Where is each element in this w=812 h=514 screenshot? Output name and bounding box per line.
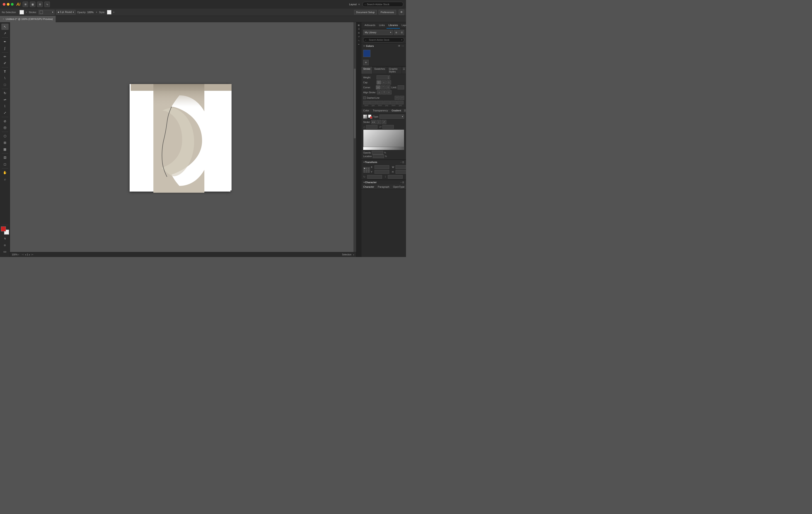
- search-stock-bar[interactable]: ⌕ Search Adobe Stock: [362, 2, 403, 7]
- dash-1-input[interactable]: [363, 101, 370, 104]
- pen-tool-btn[interactable]: ✒: [1, 38, 9, 45]
- foreground-color[interactable]: [1, 226, 6, 232]
- h-input[interactable]: [396, 170, 406, 174]
- transform-expand-icon[interactable]: −: [400, 161, 402, 163]
- shear-input[interactable]: [388, 175, 403, 179]
- reflect-tool-btn[interactable]: ⇌: [1, 96, 9, 103]
- eyedropper-tool-btn[interactable]: ⊘: [1, 118, 9, 124]
- preferences-button[interactable]: Preferences: [379, 10, 396, 14]
- tab-libraries[interactable]: Libraries: [386, 22, 400, 29]
- corner-round-btn[interactable]: ⌒: [381, 85, 385, 89]
- transform-reference-point[interactable]: [363, 167, 370, 173]
- character-header[interactable]: ▼ Character − ☰: [361, 180, 406, 185]
- gradient-stroke-swatch[interactable]: [368, 115, 372, 119]
- hand-tool-btn[interactable]: ✋: [1, 170, 9, 176]
- limit-input[interactable]: [398, 85, 404, 89]
- cap-square-btn[interactable]: □: [386, 80, 391, 85]
- gradient-opacity-input[interactable]: [372, 151, 383, 154]
- colors-section-header[interactable]: ▼ Colors 👁 ⋯: [361, 43, 406, 49]
- color-tab[interactable]: Color: [361, 108, 371, 113]
- type-tool-btn[interactable]: T: [1, 68, 9, 75]
- dashed-style-1[interactable]: ⋯: [395, 96, 399, 100]
- gradient-expand-icon[interactable]: ⊕: [402, 130, 403, 133]
- stroke-grad-btn-2[interactable]: ↕: [377, 120, 381, 124]
- layout-arrow[interactable]: ▾: [358, 3, 360, 6]
- line-tool-btn[interactable]: \: [1, 75, 9, 81]
- vertical-scrollbar-thumb[interactable]: [354, 69, 356, 138]
- w-input[interactable]: [396, 165, 406, 169]
- char-options-icon[interactable]: ☰: [402, 181, 404, 184]
- tab-layers[interactable]: Layers: [400, 22, 406, 29]
- gradient-slider[interactable]: [363, 147, 404, 150]
- gradient-location-input[interactable]: [373, 154, 384, 158]
- grid-icon[interactable]: ▦: [30, 2, 35, 7]
- transform-header[interactable]: ▼ Transform − ☰: [361, 160, 406, 164]
- dash-3-input[interactable]: [390, 101, 397, 104]
- type-dropdown[interactable]: ▾: [379, 115, 404, 119]
- options-extra-icon[interactable]: ⚙: [399, 9, 404, 15]
- style-arrow[interactable]: ▾: [113, 11, 114, 13]
- panel-icon-2[interactable]: ☰: [357, 27, 360, 31]
- search-clear-arrow[interactable]: ▾: [401, 39, 402, 41]
- panel-icon-6[interactable]: ✒: [357, 43, 360, 46]
- curvature-tool-btn[interactable]: ∫: [1, 45, 9, 51]
- chart-tool-btn[interactable]: ▦: [1, 146, 9, 152]
- align-center-btn[interactable]: ⊥: [377, 90, 381, 94]
- zoom-arrow[interactable]: ▾: [18, 253, 19, 256]
- fill-arrow[interactable]: ▾: [26, 11, 27, 13]
- tab-artboards[interactable]: Artboards: [363, 22, 377, 29]
- minimize-button[interactable]: [7, 3, 9, 6]
- style-swatch[interactable]: [107, 10, 112, 14]
- brush-selector[interactable]: 5 pt. Round ▾: [56, 10, 76, 14]
- library-dropdown[interactable]: My Library ▾: [363, 30, 393, 35]
- char-tab-paragraph[interactable]: Paragraph: [376, 185, 391, 189]
- mesh-tool-btn[interactable]: ⊞: [1, 140, 9, 146]
- nav-first[interactable]: ⊣: [21, 253, 24, 256]
- close-button[interactable]: [3, 3, 5, 6]
- align-outside-btn[interactable]: ⊦: [387, 90, 392, 94]
- artboard-tool-btn[interactable]: ▭: [1, 248, 9, 255]
- paintbrush-tool-btn[interactable]: ✏: [1, 54, 9, 60]
- slice-tool-btn[interactable]: ⚄: [1, 154, 9, 161]
- char-tab-opentype[interactable]: OpenType: [391, 185, 406, 189]
- gradient-reverse-input[interactable]: [382, 125, 394, 129]
- swap-colors-btn[interactable]: ⇅: [1, 235, 9, 242]
- zoom-tool-btn[interactable]: ⌕: [1, 176, 9, 182]
- gap-2-input[interactable]: [383, 101, 390, 104]
- arrange-icon[interactable]: ⊞: [23, 2, 28, 7]
- dashed-style-2[interactable]: ⋯: [400, 96, 404, 100]
- list-view-btn[interactable]: ☰: [399, 30, 404, 35]
- doc-setup-button[interactable]: Document Setup: [354, 10, 377, 14]
- graphic-styles-tab[interactable]: Graphic Styles: [387, 67, 402, 74]
- char-tab-character[interactable]: Character: [361, 185, 376, 189]
- stroke-grad-btn-1[interactable]: ⟷: [371, 120, 376, 124]
- opacity-arrow[interactable]: ▾: [96, 11, 97, 13]
- direct-selection-tool-btn[interactable]: ↗: [1, 30, 9, 36]
- rotation-input[interactable]: [367, 175, 382, 179]
- ctg-options-icon[interactable]: ☰: [403, 108, 406, 113]
- width-tool-btn[interactable]: ⤢: [1, 110, 9, 116]
- brush-stroke-icon[interactable]: ∿: [45, 2, 50, 7]
- gradient-fill-swatch[interactable]: [363, 115, 367, 119]
- panel-icon-4[interactable]: ↺: [357, 35, 360, 38]
- fullscreen-button[interactable]: [11, 3, 13, 6]
- status-arrow-icon[interactable]: ▸: [353, 253, 354, 256]
- nav-next[interactable]: ▸: [29, 253, 31, 256]
- weight-input[interactable]: ▲ ▼: [377, 75, 390, 80]
- panel-icon-3[interactable]: ⊞: [357, 31, 360, 34]
- dash-2-input[interactable]: [377, 101, 383, 104]
- search-stock-input[interactable]: [363, 37, 404, 42]
- blue-swatch[interactable]: [363, 50, 371, 57]
- gradient-tab[interactable]: Gradient: [390, 108, 403, 113]
- vertical-scrollbar[interactable]: [353, 22, 356, 254]
- color-mode-btn[interactable]: ◎: [1, 242, 9, 248]
- char-expand-icon[interactable]: −: [400, 181, 402, 184]
- fill-color-box[interactable]: [20, 10, 24, 14]
- align-inside-btn[interactable]: ⊤: [382, 90, 386, 94]
- tab-close-icon[interactable]: ×: [3, 18, 4, 21]
- add-item-button[interactable]: +: [363, 60, 369, 65]
- pencil-tool-btn[interactable]: ✐: [1, 60, 9, 66]
- panel-icon-1[interactable]: ▦: [357, 24, 360, 27]
- gap-3-input[interactable]: [397, 101, 404, 104]
- weight-stepper[interactable]: ▲ ▼: [388, 76, 389, 79]
